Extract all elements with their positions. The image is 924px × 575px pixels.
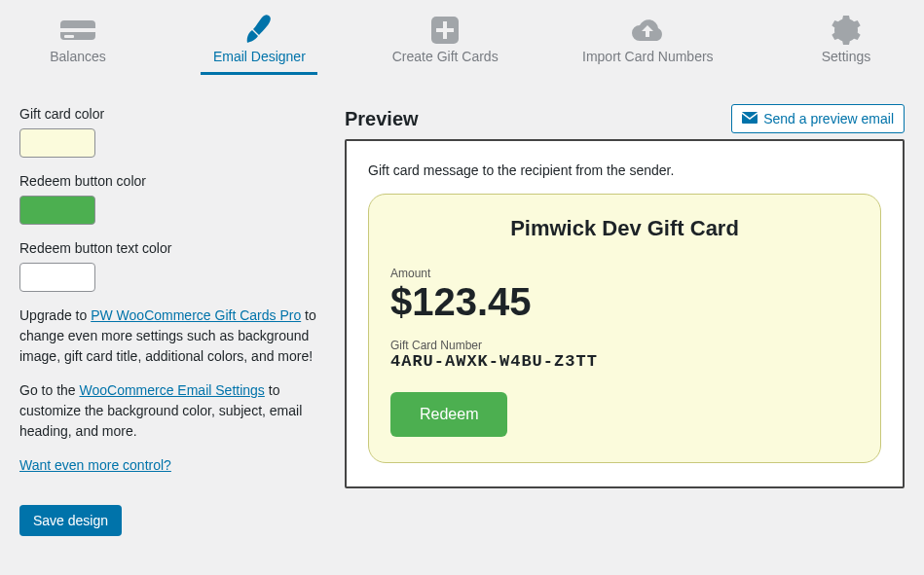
send-preview-label: Send a preview email [763,111,894,126]
svg-rect-1 [60,28,95,32]
amount-value: $123.45 [390,280,859,323]
field-label: Redeem button text color [19,238,321,259]
gift-card-color-swatch[interactable] [19,128,95,158]
tab-label: Balances [50,49,106,64]
svg-rect-5 [436,28,454,32]
goto-text: Go to the WooCommerce Email Settings to … [19,380,321,442]
cloud-upload-icon [628,14,667,47]
field-label: Gift card color [19,104,321,125]
amount-label: Amount [390,267,859,280]
redeem-button-color-field: Redeem button color [19,171,321,225]
gift-card-title: Pimwick Dev Gift Card [390,216,859,241]
tab-balances[interactable]: Balances [19,10,136,75]
tab-email-designer[interactable]: Email Designer [201,10,317,75]
top-tabs: Balances Email Designer Create Gift Card… [0,0,924,75]
more-control-link[interactable]: Want even more control? [19,457,171,473]
tab-label: Email Designer [213,49,306,64]
preview-panel: Preview Send a preview email Gift card m… [345,104,905,536]
preview-box: Gift card message to the recipient from … [345,139,905,488]
redeem-button-color-swatch[interactable] [19,196,95,225]
redeem-button-text-color-field: Redeem button text color [19,238,321,292]
email-settings-link[interactable]: WooCommerce Email Settings [79,382,264,398]
tab-import-card-numbers[interactable]: Import Card Numbers [573,10,723,75]
gear-icon [832,14,861,47]
plus-square-icon [430,14,460,47]
credit-card-icon [58,14,97,47]
content-area: Gift card color Redeem button color Rede… [0,75,924,556]
upgrade-link[interactable]: PW WooCommerce Gift Cards Pro [91,307,301,323]
card-number-label: Gift Card Number [390,339,859,352]
tab-label: Create Gift Cards [392,49,499,64]
paintbrush-icon [241,14,277,47]
redeem-button[interactable]: Redeem [390,392,507,437]
svg-rect-6 [742,112,758,124]
designer-settings-panel: Gift card color Redeem button color Rede… [19,104,321,536]
save-design-button[interactable]: Save design [19,505,122,536]
tab-create-gift-cards[interactable]: Create Gift Cards [383,10,508,75]
card-number-value: 4ARU-AWXK-W4BU-Z3TT [390,352,859,371]
field-label: Redeem button color [19,171,321,192]
svg-rect-2 [64,35,74,38]
gift-card-message: Gift card message to the recipient from … [368,162,881,178]
envelope-icon [742,111,758,126]
tab-label: Import Card Numbers [582,49,714,64]
gift-card-color-field: Gift card color [19,104,321,158]
tab-settings[interactable]: Settings [788,10,905,75]
gift-card: Pimwick Dev Gift Card Amount $123.45 Gif… [368,194,881,463]
preview-heading: Preview [345,108,419,130]
upgrade-text: Upgrade to PW WooCommerce Gift Cards Pro… [19,305,321,367]
send-preview-button[interactable]: Send a preview email [731,104,905,133]
redeem-button-text-color-swatch[interactable] [19,263,95,292]
tab-label: Settings [822,49,871,64]
